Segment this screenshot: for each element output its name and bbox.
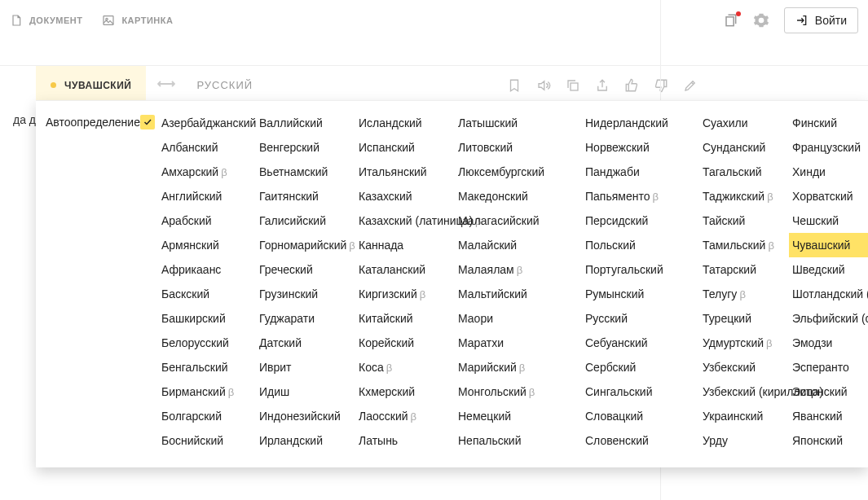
sound-icon[interactable] <box>536 78 551 93</box>
language-option[interactable]: Валлийский <box>256 111 355 135</box>
language-option[interactable]: Персидский <box>582 208 699 233</box>
language-option[interactable]: Люксембургский <box>455 160 582 184</box>
language-option[interactable]: Каннада <box>355 233 455 257</box>
language-option[interactable]: Непальский <box>455 428 582 453</box>
language-option[interactable]: Эстонский <box>789 379 868 404</box>
language-option[interactable]: Венгерский <box>256 135 355 160</box>
language-option[interactable]: Армянский <box>158 233 256 257</box>
language-option[interactable]: Турецкий <box>699 306 789 331</box>
share-icon[interactable] <box>595 78 610 93</box>
language-option[interactable]: Чешский <box>789 208 868 233</box>
language-option[interactable]: Бенгальский <box>158 355 256 379</box>
language-option[interactable]: Панджаби <box>582 160 699 184</box>
language-option[interactable]: Эмодзи <box>789 331 868 355</box>
language-option[interactable]: Датский <box>256 331 355 355</box>
language-option[interactable]: Итальянский <box>355 160 455 184</box>
language-option[interactable]: Малаяламβ <box>455 257 582 282</box>
language-option[interactable]: Белорусский <box>158 331 256 355</box>
language-option[interactable]: Каталанский <box>355 257 455 282</box>
language-option[interactable]: Бирманскийβ <box>158 379 256 404</box>
language-option[interactable]: Телугуβ <box>699 282 789 306</box>
language-option[interactable]: Нидерландский <box>582 111 699 135</box>
language-option[interactable]: Малайский <box>455 233 582 257</box>
language-option[interactable]: Косаβ <box>355 355 455 379</box>
thumbs-up-icon[interactable] <box>624 78 639 93</box>
language-option[interactable]: Сингальский <box>582 379 699 404</box>
language-option[interactable]: Азербайджанский <box>158 111 256 135</box>
language-option[interactable]: Английский <box>158 184 256 208</box>
language-option[interactable]: Хорватский <box>789 184 868 208</box>
language-option[interactable]: Исландский <box>355 111 455 135</box>
language-option[interactable]: Урду <box>699 428 789 453</box>
language-option[interactable]: Португальский <box>582 257 699 282</box>
language-option[interactable]: Казахский (латиница)β <box>355 208 455 233</box>
language-option[interactable]: Узбекский (кириллица) <box>699 379 789 404</box>
language-option[interactable]: Идиш <box>256 379 355 404</box>
language-option[interactable]: Лаосскийβ <box>355 404 455 428</box>
language-option[interactable]: Татарский <box>699 257 789 282</box>
language-option[interactable]: Мальтийский <box>455 282 582 306</box>
language-option[interactable]: Казахский <box>355 184 455 208</box>
settings-icon[interactable] <box>753 12 769 29</box>
language-option[interactable]: Боснийский <box>158 428 256 453</box>
language-option[interactable]: Французский <box>789 135 868 160</box>
language-option[interactable]: Русский <box>582 306 699 331</box>
language-option[interactable]: Суахили <box>699 111 789 135</box>
language-option[interactable]: Греческий <box>256 257 355 282</box>
language-option[interactable]: Албанский <box>158 135 256 160</box>
language-option[interactable]: Испанский <box>355 135 455 160</box>
destination-language-button[interactable]: РУССКИЙ <box>187 66 262 104</box>
language-option[interactable]: Эсперанто <box>789 355 868 379</box>
language-option[interactable]: Тайский <box>699 208 789 233</box>
language-option[interactable]: Кхмерский <box>355 379 455 404</box>
language-option[interactable]: Гуджарати <box>256 306 355 331</box>
language-option[interactable]: Норвежский <box>582 135 699 160</box>
language-option[interactable]: Киргизскийβ <box>355 282 455 306</box>
language-option[interactable]: Папьяментоβ <box>582 184 699 208</box>
language-option[interactable]: Японский <box>789 428 868 453</box>
language-option[interactable]: Тамильскийβ <box>699 233 789 257</box>
language-option[interactable]: Себуанский <box>582 331 699 355</box>
language-option[interactable]: Болгарский <box>158 404 256 428</box>
language-option[interactable]: Сербский <box>582 355 699 379</box>
language-option[interactable]: Иврит <box>256 355 355 379</box>
language-option[interactable]: Индонезийский <box>256 404 355 428</box>
language-option[interactable]: Маратхи <box>455 331 582 355</box>
language-option[interactable]: Монгольскийβ <box>455 379 582 404</box>
language-option[interactable]: Китайский <box>355 306 455 331</box>
language-option[interactable]: Шведский <box>789 257 868 282</box>
language-option[interactable]: Малагасийский <box>455 208 582 233</box>
login-button[interactable]: Войти <box>784 7 858 33</box>
edit-icon[interactable] <box>683 78 698 93</box>
language-option[interactable]: Баскский <box>158 282 256 306</box>
language-option[interactable]: Шотландский (гэльский) <box>789 282 868 306</box>
language-option[interactable]: Таджикскийβ <box>699 184 789 208</box>
language-option[interactable]: Узбекский <box>699 355 789 379</box>
language-option[interactable]: Корейский <box>355 331 455 355</box>
language-option[interactable]: Латынь <box>355 428 455 453</box>
language-option[interactable]: Маори <box>455 306 582 331</box>
language-option[interactable]: Чувашский <box>789 233 868 257</box>
language-option[interactable]: Африкаанс <box>158 257 256 282</box>
language-option[interactable]: Грузинский <box>256 282 355 306</box>
swap-languages-button[interactable] <box>146 77 187 93</box>
language-option[interactable]: Латышский <box>455 111 582 135</box>
language-option[interactable]: Гаитянский <box>256 184 355 208</box>
bookmark-icon[interactable] <box>507 78 522 93</box>
language-option[interactable]: Ирландский <box>256 428 355 453</box>
autodetect-option[interactable]: Автоопределение <box>41 111 158 134</box>
document-tab[interactable]: ДОКУМЕНТ <box>10 14 82 27</box>
language-option[interactable]: Яванский <box>789 404 868 428</box>
language-option[interactable]: Украинский <box>699 404 789 428</box>
language-option[interactable]: Немецкий <box>455 404 582 428</box>
thumbs-down-icon[interactable] <box>654 78 668 93</box>
language-option[interactable]: Галисийский <box>256 208 355 233</box>
language-option[interactable]: Литовский <box>455 135 582 160</box>
source-language-button[interactable]: ЧУВАШСКИЙ <box>36 66 146 104</box>
language-option[interactable]: Хинди <box>789 160 868 184</box>
language-option[interactable]: Словацкий <box>582 404 699 428</box>
language-option[interactable]: Сунданский <box>699 135 789 160</box>
language-option[interactable]: Тагальский <box>699 160 789 184</box>
language-option[interactable]: Македонский <box>455 184 582 208</box>
language-option[interactable]: Башкирский <box>158 306 256 331</box>
